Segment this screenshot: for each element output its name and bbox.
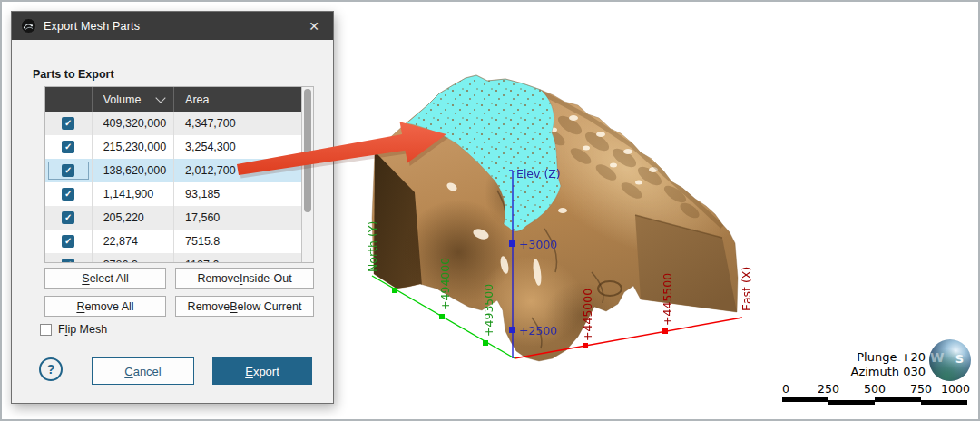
view-orientation: Plunge +20 Azimuth 030 xyxy=(850,350,926,379)
scale-bar: 0 250 500 750 1000 xyxy=(780,382,971,406)
area-cell: 4,347,700 xyxy=(173,112,301,135)
volume-cell: 215,230,000 xyxy=(92,135,173,159)
area-cell: 7515.8 xyxy=(173,230,301,253)
north-axis-label: North (Y) xyxy=(366,221,379,272)
remove-inside-out-button[interactable]: Remove Inside-Out xyxy=(175,268,314,289)
area-cell: 3,254,300 xyxy=(173,135,301,159)
compass-ball[interactable]: W S xyxy=(929,339,971,381)
plunge-readout: Plunge +20 xyxy=(850,350,926,365)
checkbox-checked-icon[interactable]: ✓ xyxy=(62,211,74,224)
north-tick-label: +493500 xyxy=(482,284,495,337)
table-row[interactable]: ✓1,141,90093,185 xyxy=(45,182,301,206)
checkbox-checked-icon[interactable]: ✓ xyxy=(62,141,74,153)
east-tick-label: +445000 xyxy=(581,289,594,341)
table-row[interactable]: ✓3786.31127.0 xyxy=(45,253,301,262)
volume-column-header[interactable]: Volume xyxy=(92,87,173,112)
table-body: ✓409,320,0004,347,700✓215,230,0003,254,3… xyxy=(45,112,301,262)
compass-west-letter: W xyxy=(930,350,944,365)
checkbox-cell: ✓ xyxy=(45,182,92,206)
scale-label: 0 xyxy=(782,382,789,396)
scale-label: 1000 xyxy=(941,382,970,396)
east-axis-label: East (X) xyxy=(740,267,753,311)
dialog-title: Export Mesh Parts xyxy=(44,20,140,33)
dialog-titlebar[interactable]: Export Mesh Parts ✕ xyxy=(12,12,333,40)
area-cell: 1127.0 xyxy=(173,253,301,262)
checkbox-cell: ✓ xyxy=(45,206,92,230)
table-row[interactable]: ✓205,22017,560 xyxy=(45,206,301,230)
checkbox-checked-icon[interactable]: ✓ xyxy=(62,235,74,248)
table-scrollbar[interactable] xyxy=(301,87,313,262)
checkbox-column-header xyxy=(45,87,92,112)
remove-all-button[interactable]: Remove All xyxy=(44,296,166,317)
area-cell: 93,185 xyxy=(173,182,301,206)
elev-axis-label: Elev (Z) xyxy=(516,167,561,181)
mesh-icon xyxy=(21,18,36,34)
scale-label: 500 xyxy=(864,382,886,396)
volume-cell: 1,141,900 xyxy=(92,182,173,206)
checkbox-cell: ✓ xyxy=(45,159,92,182)
scale-label: 750 xyxy=(910,382,932,396)
export-button[interactable]: Export xyxy=(212,357,312,385)
volume-cell: 22,874 xyxy=(92,230,173,253)
checkbox-checked-icon[interactable]: ✓ xyxy=(62,117,74,130)
select-all-button[interactable]: Select All xyxy=(44,268,166,289)
scrollbar-thumb[interactable] xyxy=(304,89,311,212)
elev-tick-label: +3000 xyxy=(519,238,557,251)
parts-to-export-label: Parts to Export xyxy=(33,68,114,81)
table-row[interactable]: ✓138,620,0002,012,700 xyxy=(45,159,301,182)
flip-mesh-checkbox[interactable]: Flip Mesh xyxy=(40,323,107,336)
table-row[interactable]: ✓409,320,0004,347,700 xyxy=(45,112,301,135)
area-column-header[interactable]: Area xyxy=(173,87,301,112)
east-tick-label: +445500 xyxy=(661,273,674,326)
azimuth-readout: Azimuth 030 xyxy=(850,365,926,379)
elev-tick-label: +2500 xyxy=(519,324,557,338)
remove-below-current-button[interactable]: Remove Below Current xyxy=(175,296,314,317)
checkbox-cell: ✓ xyxy=(45,253,92,262)
checkbox-checked-icon[interactable]: ✓ xyxy=(62,259,74,262)
scale-label: 250 xyxy=(818,382,839,396)
checkbox-cell: ✓ xyxy=(45,112,92,135)
flip-mesh-label: Flip Mesh xyxy=(58,323,107,336)
help-button[interactable]: ? xyxy=(39,357,63,381)
table-row[interactable]: ✓22,8747515.8 xyxy=(45,230,301,253)
area-cell: 17,560 xyxy=(173,206,301,230)
volume-cell: 3786.3 xyxy=(92,253,173,262)
table-header: Volume Area xyxy=(45,87,301,112)
area-cell: 2,012,700 xyxy=(173,159,301,182)
checkbox-cell: ✓ xyxy=(45,135,92,159)
compass-south-letter: S xyxy=(956,352,964,366)
checkbox-checked-icon[interactable]: ✓ xyxy=(62,164,74,177)
sort-descending-icon xyxy=(155,93,165,103)
export-mesh-parts-dialog: Export Mesh Parts ✕ Parts to Export Volu… xyxy=(11,11,334,404)
checkbox-checked-icon[interactable]: ✓ xyxy=(62,188,74,201)
north-tick-label: +494000 xyxy=(438,258,452,310)
volume-cell: 409,320,000 xyxy=(92,112,173,135)
checkbox-cell: ✓ xyxy=(45,230,92,253)
table-row[interactable]: ✓215,230,0003,254,300 xyxy=(45,135,301,159)
volume-cell: 138,620,000 xyxy=(92,159,173,182)
cancel-button[interactable]: Cancel xyxy=(92,357,194,385)
checkbox-unchecked[interactable] xyxy=(40,324,52,336)
mesh-parts-table: Volume Area ✓409,320,0004,347,700✓215,23… xyxy=(44,86,314,263)
volume-cell: 205,220 xyxy=(92,206,173,230)
close-icon[interactable]: ✕ xyxy=(304,16,324,36)
